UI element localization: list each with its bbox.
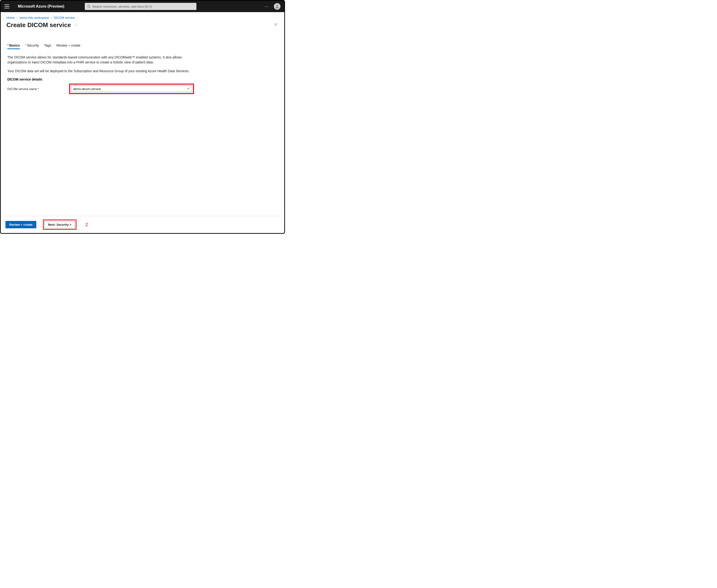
form-row-name: DICOM service name * 1 (7, 84, 196, 94)
svg-point-0 (88, 5, 90, 7)
more-icon[interactable]: ⋯ (264, 4, 269, 9)
person-icon (275, 4, 279, 8)
page-header: Create DICOM service ⋯ (1, 21, 284, 31)
next-security-button[interactable]: Next: Security > (44, 221, 75, 228)
review-create-button[interactable]: Review + create (5, 221, 36, 228)
breadcrumb-dicom[interactable]: DICOM service (54, 16, 75, 20)
hamburger-menu-icon[interactable] (4, 4, 9, 8)
search-icon (87, 5, 90, 8)
description-paragraph-1: The DICOM service allows for standards-b… (7, 55, 196, 65)
search-input[interactable] (92, 5, 194, 8)
content-area: The DICOM service allows for standards-b… (1, 49, 202, 100)
footer-bar: Review + create Next: Security > 2 (1, 216, 284, 233)
annotation-highlight-2: Next: Security > (43, 219, 77, 230)
svg-point-2 (277, 5, 278, 6)
tab-basics[interactable]: *Basics (7, 43, 20, 49)
chevron-right-icon: › (51, 16, 52, 20)
close-icon[interactable] (273, 22, 279, 28)
more-actions-icon[interactable]: ⋯ (75, 23, 79, 27)
annotation-highlight-1 (69, 84, 194, 94)
tab-review[interactable]: Review + create (57, 43, 81, 49)
svg-line-1 (89, 7, 90, 8)
description-paragraph-2: Your DICOM data set will be deployed to … (7, 69, 196, 74)
user-avatar[interactable] (274, 3, 281, 10)
tab-tags[interactable]: Tags (44, 43, 51, 49)
name-label: DICOM service name * (7, 87, 69, 91)
section-title: DICOM service details (7, 78, 196, 81)
topbar: Microsoft Azure (Preview) ⋯ (1, 1, 284, 12)
tab-security[interactable]: *Security (25, 43, 39, 49)
brand-title[interactable]: Microsoft Azure (Preview) (18, 4, 64, 8)
annotation-number-2: 2 (86, 222, 88, 227)
breadcrumb-home[interactable]: Home (6, 16, 15, 20)
tabs: *Basics *Security Tags Review + create (1, 31, 284, 49)
chevron-right-icon: › (77, 16, 78, 20)
search-box[interactable] (85, 3, 196, 10)
chevron-right-icon: › (17, 16, 18, 20)
check-icon (187, 87, 190, 91)
breadcrumb-workspace[interactable]: demo-hds-workspace (20, 16, 49, 20)
breadcrumb: Home › demo-hds-workspace › DICOM servic… (1, 12, 284, 21)
page-title: Create DICOM service (6, 21, 71, 29)
dicom-name-input[interactable] (71, 86, 192, 92)
